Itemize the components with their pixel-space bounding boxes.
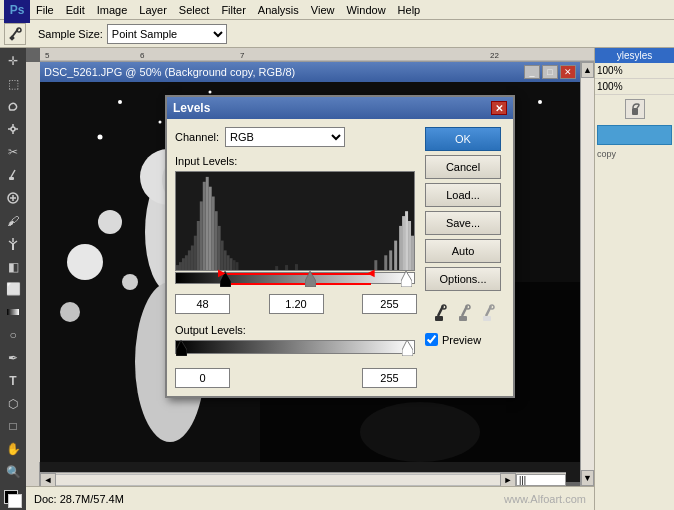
minimize-btn[interactable]: _	[524, 65, 540, 79]
preview-checkbox[interactable]	[425, 333, 438, 346]
brush-tool[interactable]: 🖌	[2, 210, 24, 232]
white-eyedropper[interactable]	[479, 303, 499, 323]
v-scrollbar[interactable]: ▲ ▼	[580, 62, 594, 486]
styles-header: ylesyles	[595, 48, 674, 63]
red-arrow-left: ▶	[218, 267, 226, 278]
menu-filter[interactable]: Filter	[215, 2, 251, 18]
svg-point-93	[442, 305, 446, 309]
menu-file[interactable]: File	[30, 2, 60, 18]
hand-tool[interactable]: ✋	[2, 438, 24, 460]
pen-tool[interactable]: ✒	[2, 347, 24, 369]
load-button[interactable]: Load...	[425, 183, 501, 207]
history-tool[interactable]: ◧	[2, 256, 24, 278]
gradient-tool[interactable]	[2, 301, 24, 323]
svg-marker-89	[176, 340, 187, 356]
white-handle[interactable]	[401, 271, 412, 289]
output-white-handle[interactable]	[402, 340, 413, 358]
color-swatch[interactable]	[2, 488, 24, 510]
menu-select[interactable]: Select	[173, 2, 216, 18]
path-tool[interactable]: ⬡	[2, 393, 24, 415]
maximize-btn[interactable]: □	[542, 65, 558, 79]
svg-point-37	[209, 91, 212, 94]
tools-panel: ✛ ⬚ ✂ 🖌 ◧ ⬜ ○ ✒ T ⬡ □ ✋ 🔍	[0, 48, 26, 510]
menu-edit[interactable]: Edit	[60, 2, 91, 18]
mid-handle[interactable]	[305, 271, 316, 289]
layer-label: copy	[595, 147, 674, 161]
lasso-tool[interactable]	[2, 96, 24, 118]
zoom-tool[interactable]: 🔍	[2, 461, 24, 483]
menu-image[interactable]: Image	[91, 2, 134, 18]
dodge-tool[interactable]: ○	[2, 324, 24, 346]
dialog-close-btn[interactable]: ✕	[491, 101, 507, 115]
svg-line-8	[11, 170, 15, 177]
input-slider-container: ▶ ◀	[175, 272, 415, 290]
gray-eyedropper[interactable]	[455, 303, 475, 323]
options-toolbar: Sample Size: Point Sample 3 by 3 Average…	[0, 20, 674, 48]
menu-window[interactable]: Window	[340, 2, 391, 18]
magic-wand-tool[interactable]	[2, 119, 24, 141]
sample-size-select[interactable]: Point Sample 3 by 3 Average 5 by 5 Avera…	[107, 24, 227, 44]
scroll-down-btn[interactable]: ▼	[581, 470, 594, 486]
svg-rect-79	[389, 250, 392, 270]
crop-tool[interactable]: ✂	[2, 141, 24, 163]
options-button[interactable]: Options...	[425, 267, 501, 291]
scroll-right-btn[interactable]: ►	[500, 473, 516, 487]
auto-button[interactable]: Auto	[425, 239, 501, 263]
move-tool[interactable]: ✛	[2, 50, 24, 72]
ruler-horizontal: 5 6 7 22	[40, 48, 594, 62]
canvas-titlebar-buttons: _ □ ✕	[524, 65, 576, 79]
svg-point-41	[67, 244, 103, 280]
menu-analysis[interactable]: Analysis	[252, 2, 305, 18]
menu-bar: Ps File Edit Image Layer Select Filter A…	[0, 0, 674, 20]
black-eyedropper[interactable]	[431, 303, 451, 323]
svg-rect-75	[285, 265, 288, 270]
scroll-up-btn[interactable]: ▲	[581, 62, 594, 78]
input-slider-track	[175, 272, 415, 284]
clone-tool[interactable]	[2, 233, 24, 255]
menu-view[interactable]: View	[305, 2, 341, 18]
svg-text:7: 7	[240, 51, 245, 60]
channel-label: Channel:	[175, 131, 219, 143]
marquee-tool[interactable]: ⬚	[2, 73, 24, 95]
eyedropper-tool-btn[interactable]	[4, 23, 26, 45]
shape-tool[interactable]: □	[2, 416, 24, 438]
output-black-field[interactable]	[175, 368, 230, 388]
svg-rect-95	[459, 316, 467, 321]
menu-layer[interactable]: Layer	[133, 2, 173, 18]
dialog-left: Channel: RGB Red Green Blue Input Levels…	[175, 127, 417, 388]
svg-rect-80	[394, 241, 397, 270]
layer-swatch[interactable]	[597, 125, 672, 145]
save-button[interactable]: Save...	[425, 211, 501, 235]
svg-point-28	[98, 135, 103, 140]
ok-button[interactable]: OK	[425, 127, 501, 151]
output-values-row	[175, 368, 417, 388]
svg-marker-88	[401, 271, 412, 287]
input-black-field[interactable]	[175, 294, 230, 314]
input-white-field[interactable]	[362, 294, 417, 314]
channel-row: Channel: RGB Red Green Blue	[175, 127, 417, 147]
scroll-left-btn[interactable]: ◄	[40, 473, 56, 487]
h-scrollbar[interactable]: ◄ ► |||	[40, 472, 566, 486]
channel-select[interactable]: RGB Red Green Blue	[225, 127, 345, 147]
close-canvas-btn[interactable]: ✕	[560, 65, 576, 79]
svg-rect-74	[275, 266, 278, 270]
heal-tool[interactable]	[2, 187, 24, 209]
eraser-tool[interactable]: ⬜	[2, 278, 24, 300]
right-panel: ylesyles 100% 100% copy	[594, 48, 674, 510]
svg-point-50	[360, 402, 480, 462]
levels-dialog[interactable]: Levels ✕ Channel: RGB Red Green Blue In	[165, 95, 515, 398]
svg-rect-9	[9, 177, 14, 180]
preview-label: Preview	[442, 334, 481, 346]
svg-rect-17	[7, 309, 19, 315]
input-mid-field[interactable]	[269, 294, 324, 314]
svg-rect-51	[632, 108, 638, 115]
eyedropper-tool[interactable]	[2, 164, 24, 186]
svg-rect-73	[236, 262, 239, 270]
menu-help[interactable]: Help	[392, 2, 427, 18]
input-levels-label: Input Levels:	[175, 155, 417, 167]
red-range-line	[221, 273, 371, 285]
type-tool[interactable]: T	[2, 370, 24, 392]
cancel-button[interactable]: Cancel	[425, 155, 501, 179]
output-white-field[interactable]	[362, 368, 417, 388]
output-black-handle[interactable]	[176, 340, 187, 358]
